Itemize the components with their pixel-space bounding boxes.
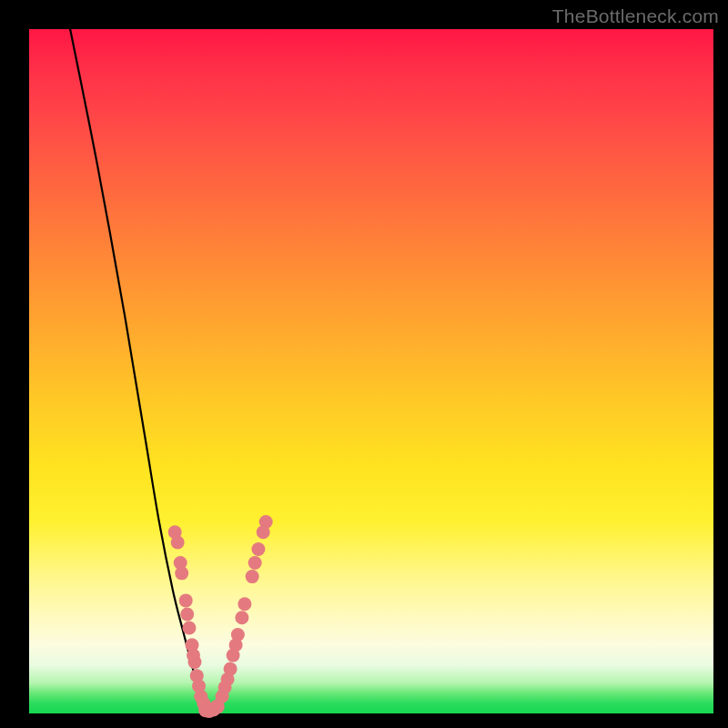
bead-marker <box>180 607 194 621</box>
bead-marker <box>171 536 185 550</box>
chart-svg <box>29 29 713 713</box>
bead-marker <box>179 593 193 607</box>
bead-marker <box>175 566 188 580</box>
bead-marker <box>224 662 238 676</box>
bead-marker <box>238 597 251 611</box>
bead-marker <box>182 622 196 635</box>
bead-marker <box>259 515 273 529</box>
bead-marker <box>246 570 259 583</box>
bead-marker <box>231 628 245 642</box>
bead-marker <box>248 556 262 570</box>
outer-frame: TheBottleneck.com <box>0 0 728 728</box>
watermark-text: TheBottleneck.com <box>552 5 719 27</box>
bead-marker <box>187 655 201 669</box>
bead-markers <box>168 515 273 718</box>
bead-marker <box>235 611 248 624</box>
bead-marker <box>251 542 265 556</box>
plot-area <box>29 29 713 713</box>
